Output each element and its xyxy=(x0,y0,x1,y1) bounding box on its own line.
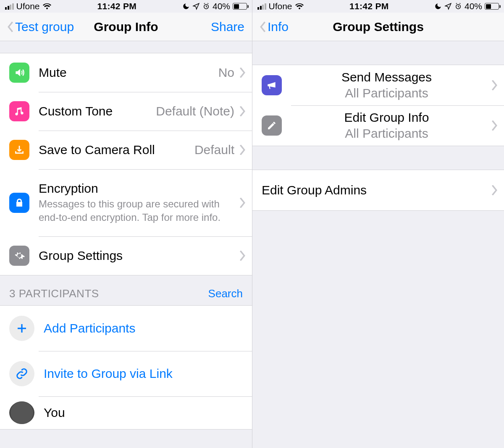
chevron-right-icon xyxy=(239,106,245,116)
add-participants-cell[interactable]: Add Participants xyxy=(0,306,252,351)
back-button[interactable]: Info xyxy=(260,20,289,34)
encryption-label: Encryption xyxy=(39,181,230,196)
send-messages-label: Send Messages xyxy=(341,70,432,84)
page-title: Group Settings xyxy=(252,20,504,34)
nav-bar: Info Group Settings xyxy=(252,13,504,41)
alarm-icon xyxy=(202,3,210,10)
clock-label: 11:42 PM xyxy=(349,1,388,11)
camera-roll-cell[interactable]: Save to Camera Roll Default xyxy=(0,131,252,169)
chevron-right-icon xyxy=(239,145,245,155)
battery-pct: 40% xyxy=(465,1,482,11)
chevron-right-icon xyxy=(491,80,497,90)
sound-icon xyxy=(9,63,29,83)
chevron-right-icon xyxy=(491,121,497,131)
share-button[interactable]: Share xyxy=(211,20,244,34)
wifi-icon xyxy=(295,3,304,10)
svg-point-1 xyxy=(10,401,33,424)
back-label: Info xyxy=(268,20,289,34)
carrier-label: Ufone xyxy=(269,1,292,11)
encryption-subtext: Messages to this group are secured with … xyxy=(39,197,230,225)
nav-bar: Test group Group Info Share xyxy=(0,13,252,41)
edit-admins-label: Edit Group Admins xyxy=(262,183,482,197)
back-label: Test group xyxy=(15,20,74,34)
edit-group-info-value: All Participants xyxy=(345,126,428,141)
send-edit-group: Send Messages All Participants Edit Grou… xyxy=(252,65,504,146)
encryption-cell[interactable]: Encryption Messages to this group are se… xyxy=(0,169,252,236)
gear-icon xyxy=(9,246,29,266)
mute-value: No xyxy=(218,65,234,80)
chevron-right-icon xyxy=(491,185,497,195)
mute-cell[interactable]: Mute No xyxy=(0,53,252,92)
avatar xyxy=(9,401,34,424)
participant-you-cell[interactable]: You xyxy=(0,396,252,429)
edit-group-info-label: Edit Group Info xyxy=(344,110,429,125)
alarm-icon xyxy=(454,3,462,10)
custom-tone-cell[interactable]: Custom Tone Default (Note) xyxy=(0,92,252,131)
signal-icon xyxy=(5,3,14,10)
status-bar: Ufone 11:42 PM 40% xyxy=(252,0,504,13)
location-arrow-icon xyxy=(192,3,200,10)
mute-label: Mute xyxy=(39,65,209,80)
tone-value: Default (Note) xyxy=(156,104,234,118)
participant-you-label: You xyxy=(44,406,245,420)
camera-roll-value: Default xyxy=(194,143,234,157)
back-button[interactable]: Test group xyxy=(8,20,74,34)
signal-icon xyxy=(257,3,266,10)
download-icon xyxy=(9,140,29,160)
send-messages-value: All Participants xyxy=(345,86,428,100)
location-arrow-icon xyxy=(444,3,452,10)
participants-group: Add Participants Invite to Group via Lin… xyxy=(0,305,252,430)
participants-header: 3 PARTICIPANTS Search xyxy=(0,275,252,305)
send-messages-cell[interactable]: Send Messages All Participants xyxy=(252,65,504,105)
battery-pct: 40% xyxy=(213,1,230,11)
group-settings-label: Group Settings xyxy=(39,249,230,263)
wifi-icon xyxy=(42,3,52,10)
invite-link-cell[interactable]: Invite to Group via Link xyxy=(0,351,252,396)
search-participants-button[interactable]: Search xyxy=(208,287,243,300)
carrier-label: Ufone xyxy=(16,1,40,11)
dnd-moon-icon xyxy=(434,3,442,10)
plus-icon xyxy=(9,316,34,341)
dnd-moon-icon xyxy=(182,3,190,10)
invite-link-label: Invite to Group via Link xyxy=(44,367,245,381)
add-participants-label: Add Participants xyxy=(44,321,245,335)
battery-icon xyxy=(485,3,499,10)
admins-group: Edit Group Admins xyxy=(252,170,504,211)
lock-icon xyxy=(9,193,29,213)
settings-group: Mute No Custom Tone Default (Note) Save xyxy=(0,53,252,275)
link-icon xyxy=(9,361,34,386)
camera-roll-label: Save to Camera Roll xyxy=(39,143,185,157)
megaphone-icon xyxy=(262,75,282,95)
pencil-icon xyxy=(262,115,282,136)
edit-admins-cell[interactable]: Edit Group Admins xyxy=(252,170,504,210)
participants-count: 3 PARTICIPANTS xyxy=(9,287,99,300)
chevron-right-icon xyxy=(239,251,245,261)
clock-label: 11:42 PM xyxy=(97,1,136,11)
screen-group-info: Ufone 11:42 PM 40% xyxy=(0,0,252,448)
edit-group-info-cell[interactable]: Edit Group Info All Participants xyxy=(252,105,504,146)
status-bar: Ufone 11:42 PM 40% xyxy=(0,0,252,13)
music-note-icon xyxy=(9,101,29,121)
group-settings-cell[interactable]: Group Settings xyxy=(0,236,252,275)
chevron-right-icon xyxy=(239,68,245,78)
chevron-right-icon xyxy=(239,198,245,208)
battery-icon xyxy=(233,3,247,10)
tone-label: Custom Tone xyxy=(39,104,147,118)
screen-group-settings: Ufone 11:42 PM 40% xyxy=(252,0,504,448)
